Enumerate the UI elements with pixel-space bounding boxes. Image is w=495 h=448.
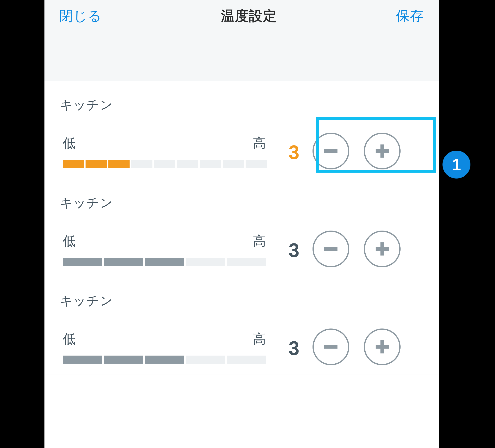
gauge-segment [200, 160, 221, 168]
gauge-high-label: 高 [253, 134, 266, 152]
gauge-high-label: 高 [253, 330, 266, 348]
gauge-segment [246, 160, 267, 168]
app-window: 閉じる 温度設定 保存 キッチン 低 高 [44, 0, 439, 448]
increase-button[interactable] [364, 329, 400, 365]
close-button[interactable]: 閉じる [59, 7, 102, 25]
gauge-segment [104, 356, 143, 364]
gauge-segment [186, 258, 225, 266]
level-value: 3 [268, 239, 308, 262]
level-gauge: 低 高 [63, 134, 268, 168]
decrease-button[interactable] [313, 231, 349, 267]
page-title: 温度設定 [221, 7, 277, 25]
level-value: 3 [268, 337, 308, 359]
gauge-segment [145, 356, 184, 364]
gauge-segment [104, 258, 143, 266]
minus-icon [323, 241, 339, 257]
list-item: キッチン 低 高 [44, 277, 439, 375]
plus-icon [374, 241, 390, 257]
list-item: キッチン 低 高 [44, 179, 439, 277]
gauge-bar [63, 356, 268, 364]
gauge-segment [186, 356, 225, 364]
gauge-segment [223, 160, 244, 168]
gauge-low-label: 低 [63, 330, 76, 348]
level-stepper [308, 231, 400, 267]
level-value: 3 [268, 141, 308, 163]
save-button[interactable]: 保存 [396, 7, 424, 25]
gauge-segment [227, 258, 266, 266]
minus-icon [323, 339, 339, 355]
list-item: キッチン 低 高 [44, 81, 439, 179]
level-gauge: 低 高 [63, 330, 268, 364]
header-bar: 閉じる 温度設定 保存 [44, 0, 439, 37]
gauge-low-label: 低 [63, 232, 76, 250]
decrease-button[interactable] [313, 329, 349, 365]
level-stepper [308, 329, 400, 365]
level-gauge: 低 高 [63, 232, 268, 266]
level-stepper [308, 133, 400, 170]
gauge-segment [63, 258, 102, 266]
room-name: キッチン [44, 194, 439, 211]
plus-icon [374, 143, 390, 159]
gauge-segment [131, 160, 152, 168]
settings-list: キッチン 低 高 [44, 81, 439, 375]
minus-icon [323, 143, 339, 159]
room-name: キッチン [44, 96, 439, 114]
room-name: キッチン [44, 292, 439, 309]
gauge-segment [227, 356, 266, 364]
gauge-high-label: 高 [253, 232, 266, 250]
plus-icon [374, 339, 390, 355]
gauge-low-label: 低 [63, 134, 76, 152]
gauge-segment [85, 160, 107, 168]
increase-button[interactable] [364, 133, 400, 170]
gauge-segment [63, 160, 84, 168]
gauge-segment [154, 160, 175, 168]
decrease-button[interactable] [313, 133, 349, 170]
gauge-bar [63, 258, 268, 266]
gauge-segment [63, 356, 102, 364]
subheader-spacer [44, 37, 439, 81]
gauge-segment [177, 160, 198, 168]
gauge-segment [108, 160, 130, 168]
gauge-segment [145, 258, 184, 266]
increase-button[interactable] [364, 231, 400, 267]
gauge-bar [63, 160, 268, 168]
annotation-badge: 1 [442, 151, 470, 179]
